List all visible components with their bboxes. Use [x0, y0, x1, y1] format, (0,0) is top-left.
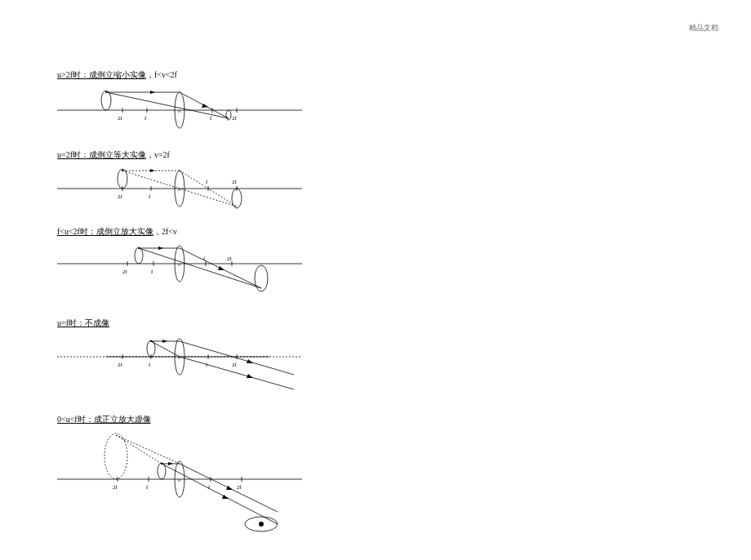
svg-marker-53 — [158, 247, 163, 250]
case-1-diagram: o f 2f f 2f — [57, 86, 302, 135]
case-1-title: u>2f时：成倒立缩小实像，f<v<2f — [57, 69, 335, 81]
svg-line-15 — [106, 92, 229, 118]
svg-text:2f: 2f — [227, 256, 233, 262]
svg-text:2f: 2f — [232, 362, 238, 368]
svg-marker-54 — [218, 266, 224, 270]
svg-text:2f: 2f — [232, 115, 238, 122]
svg-marker-16 — [150, 91, 155, 94]
svg-line-94 — [162, 464, 278, 524]
svg-point-40 — [135, 247, 143, 264]
svg-line-52 — [139, 248, 261, 288]
svg-text:2f: 2f — [118, 115, 123, 122]
svg-text:f: f — [146, 484, 149, 491]
svg-text:f: f — [151, 269, 153, 275]
svg-point-55 — [255, 265, 268, 291]
svg-point-3 — [101, 91, 111, 110]
eye-icon — [245, 517, 278, 531]
svg-point-80 — [104, 433, 127, 479]
svg-text:f: f — [206, 179, 208, 185]
svg-line-73 — [180, 357, 294, 389]
svg-marker-96 — [168, 462, 173, 465]
watermark: 精品文档 — [689, 23, 718, 33]
svg-point-18 — [226, 110, 231, 120]
case-3-diagram: o f 2f f 2f — [57, 242, 302, 295]
case-3: f<u<2f时：成倒立放大实像，2f<v o f 2f f 2f — [57, 226, 335, 295]
case-3-title: f<u<2f时：成倒立放大实像，2f<v — [57, 226, 335, 238]
case-2: u=2f时：成倒立等大实像，v=2f o f 2f f 2f — [57, 149, 335, 211]
case-4: u=f时：不成像 o f 2f f 2f — [57, 318, 335, 391]
svg-text:o: o — [178, 108, 181, 114]
case-4-diagram: o f 2f f 2f — [57, 334, 302, 391]
svg-text:f: f — [149, 193, 151, 200]
svg-text:f: f — [149, 362, 151, 368]
case-5-title: 0<u<f时：成正立放大虚像 — [57, 414, 335, 425]
case-5-diagram: o f 2f f 2f — [57, 430, 302, 536]
svg-text:o: o — [178, 477, 181, 483]
case-2-title: u=2f时：成倒立等大实像，v=2f — [57, 149, 335, 161]
svg-text:o: o — [178, 186, 181, 193]
case-4-title: u=f时：不成像 — [57, 318, 335, 329]
svg-marker-74 — [162, 340, 167, 343]
svg-text:o: o — [178, 354, 181, 361]
case-5: 0<u<f时：成正立放大虚像 o f 2f f 2f — [57, 414, 335, 536]
svg-text:f: f — [208, 484, 211, 491]
svg-text:f: f — [210, 115, 212, 122]
svg-text:2f: 2f — [118, 362, 123, 368]
svg-marker-97 — [226, 486, 233, 490]
diagram-content: u>2f时：成倒立缩小实像，f<v<2f o f 2f f 2f — [57, 69, 335, 551]
case-1: u>2f时：成倒立缩小实像，f<v<2f o f 2f f 2f — [57, 69, 335, 135]
svg-text:2f: 2f — [232, 179, 238, 185]
svg-text:2f: 2f — [113, 484, 118, 491]
case-2-diagram: o f 2f f 2f — [57, 166, 302, 211]
svg-point-36 — [232, 189, 242, 208]
svg-text:2f: 2f — [118, 193, 123, 200]
svg-marker-75 — [247, 359, 253, 363]
svg-marker-76 — [247, 374, 253, 378]
svg-text:f: f — [144, 115, 147, 122]
svg-text:2f: 2f — [122, 269, 128, 275]
svg-text:2f: 2f — [237, 484, 242, 491]
svg-marker-35 — [150, 169, 155, 172]
svg-line-71 — [180, 341, 294, 375]
svg-line-95 — [116, 435, 162, 464]
svg-line-93 — [116, 435, 180, 464]
svg-point-100 — [259, 522, 264, 527]
